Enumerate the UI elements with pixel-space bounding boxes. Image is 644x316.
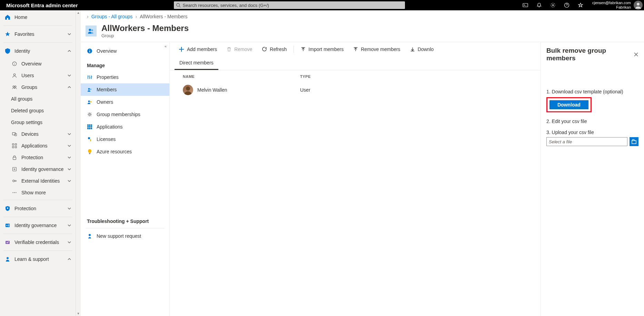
chevron-up-icon <box>67 85 71 89</box>
feedback-icon[interactable] <box>575 0 586 10</box>
detail-members[interactable]: Members <box>81 83 169 96</box>
svg-rect-31 <box>89 51 90 52</box>
svg-rect-12 <box>12 144 14 145</box>
chevron-up-icon <box>67 49 71 53</box>
account-menu[interactable]: cjensen@fabrikan.com Fabrikan <box>589 1 644 10</box>
svg-point-25 <box>7 225 8 226</box>
nav-deleted-groups[interactable]: Deleted groups <box>0 105 76 116</box>
detail-memberships[interactable]: Group memberships <box>81 108 169 121</box>
svg-point-33 <box>88 88 90 90</box>
scroll-down-icon: ▼ <box>76 311 81 316</box>
tab-direct-members[interactable]: Direct members <box>175 57 218 70</box>
collapse-button[interactable]: « <box>165 44 167 48</box>
svg-point-23 <box>7 207 8 209</box>
cloud-shell-icon[interactable] <box>520 0 531 10</box>
nav-protection[interactable]: Protection <box>0 152 76 163</box>
svg-point-5 <box>637 3 640 6</box>
step3-label: 3. Upload your csv file <box>546 130 638 135</box>
nav-favorites[interactable]: Favorites <box>0 27 76 41</box>
nav-protection2[interactable]: Protection <box>0 202 76 215</box>
owners-icon <box>87 99 92 105</box>
svg-point-34 <box>90 89 91 90</box>
nav-identity-overview[interactable]: Overview <box>0 58 76 70</box>
nav-verifiable[interactable]: Verifiable credentials <box>0 235 76 249</box>
col-type-header: TYPE <box>300 74 311 79</box>
svg-rect-40 <box>87 126 89 128</box>
svg-rect-39 <box>91 124 92 126</box>
breadcrumb-groups[interactable]: Groups - All groups <box>91 14 133 19</box>
chevron-down-icon <box>67 132 71 136</box>
nav-applications[interactable]: Applications <box>0 140 76 152</box>
account-org: Fabrikan <box>592 5 631 10</box>
support-ticket-icon <box>87 233 92 239</box>
svg-rect-43 <box>87 128 89 129</box>
scroll-up-icon: ▲ <box>76 10 81 15</box>
nav-identity[interactable]: Identity <box>0 44 76 58</box>
chevron-down-icon <box>67 240 71 244</box>
remove-button: Remove <box>222 44 256 55</box>
top-icon-bar: cjensen@fabrikan.com Fabrikan <box>520 0 644 10</box>
protection-icon <box>4 206 11 211</box>
svg-point-52 <box>186 86 190 91</box>
nav-users[interactable]: Users <box>0 70 76 81</box>
svg-rect-14 <box>12 146 14 148</box>
notifications-icon[interactable] <box>534 0 545 10</box>
nav-group-settings[interactable]: Group settings <box>0 116 76 128</box>
nav-identity-gov[interactable]: Identity governance <box>0 163 76 175</box>
group-icon <box>86 26 97 37</box>
nav-show-more[interactable]: Show more <box>0 187 76 198</box>
browse-file-button[interactable] <box>630 137 638 146</box>
nav-learn-support[interactable]: Learn & support <box>0 252 76 266</box>
nav-groups[interactable]: Groups <box>0 81 76 93</box>
trash-icon <box>227 47 231 52</box>
col-name-header: NAME <box>183 74 300 79</box>
nav-external[interactable]: External Identities <box>0 175 76 187</box>
download-members-button[interactable]: Downlo <box>406 44 438 55</box>
svg-rect-11 <box>15 133 17 136</box>
nav-all-groups[interactable]: All groups <box>0 93 76 105</box>
groups-icon <box>11 85 18 90</box>
file-input[interactable]: Select a file <box>546 137 627 146</box>
download-template-button[interactable]: Download <box>549 100 588 109</box>
nav-identity-gov2[interactable]: Identity governance <box>0 218 76 232</box>
detail-support[interactable]: New support request <box>81 230 169 242</box>
add-members-button[interactable]: Add members <box>175 44 221 55</box>
toolbar-divider <box>294 45 294 53</box>
chevron-down-icon <box>67 223 71 227</box>
detail-properties[interactable]: Properties <box>81 71 169 83</box>
nav-home[interactable]: Home <box>0 10 76 24</box>
lock-icon <box>11 155 18 160</box>
refresh-button[interactable]: Refresh <box>258 44 291 55</box>
detail-azure[interactable]: Azure resources <box>81 145 169 158</box>
svg-point-0 <box>176 3 179 7</box>
detail-licenses[interactable]: Licenses <box>81 133 169 145</box>
more-icon <box>11 190 18 195</box>
left-nav: Home Favorites Identity Overview Users G… <box>0 10 76 316</box>
chevron-down-icon <box>67 179 71 183</box>
info-icon <box>87 48 92 54</box>
global-search[interactable]: Search resources, services, and docs (G+… <box>174 1 405 9</box>
remove-members-button[interactable]: Remove members <box>349 44 404 55</box>
detail-nav: « Overview Manage Properties Members Own… <box>81 42 170 316</box>
refresh-icon <box>262 47 267 52</box>
chevron-up-icon <box>67 257 71 261</box>
close-panel-button[interactable] <box>634 52 638 57</box>
import-members-button[interactable]: Import members <box>297 44 348 55</box>
info-icon <box>11 61 18 66</box>
page-title: AllWorkers - Members <box>101 23 189 33</box>
chevron-down-icon <box>67 167 71 171</box>
detail-overview[interactable]: Overview <box>81 45 169 57</box>
settings-icon[interactable] <box>547 0 558 10</box>
member-name: Melvin Wallen <box>197 87 227 93</box>
detail-apps[interactable]: Applications <box>81 121 169 133</box>
license-icon <box>87 136 92 142</box>
svg-point-8 <box>13 86 14 87</box>
trouble-header: Troubleshooting + Support <box>81 213 169 227</box>
detail-owners[interactable]: Owners <box>81 96 169 108</box>
svg-rect-2 <box>523 3 528 7</box>
help-icon[interactable] <box>561 0 572 10</box>
support-icon <box>4 256 11 262</box>
nav-devices[interactable]: Devices <box>0 128 76 140</box>
page-scrollbar[interactable]: ▲ ▼ <box>76 10 81 316</box>
external-icon <box>11 179 18 183</box>
